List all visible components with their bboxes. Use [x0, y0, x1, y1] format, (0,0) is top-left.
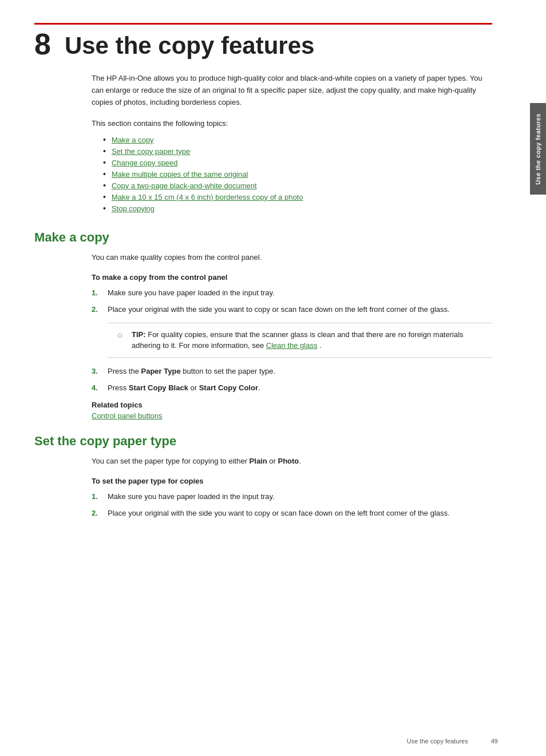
set-paper-intro: You can set the paper type for copying t… — [92, 456, 492, 468]
main-content: 8 Use the copy features The HP All-in-On… — [0, 0, 527, 756]
toc-link-3[interactable]: Change copy speed — [112, 159, 178, 167]
sidebar-tab: Use the copy features — [530, 103, 546, 195]
tip-content: TIP: For quality copies, ensure that the… — [132, 329, 484, 351]
make-copy-intro: You can make quality copies from the con… — [92, 252, 492, 264]
footer-page-number: 49 — [491, 738, 498, 745]
make-copy-step-2: 2. Place your original with the side you… — [92, 304, 492, 316]
page-wrapper: Use the copy features 8 Use the copy fea… — [0, 0, 546, 756]
step-num-4: 4. — [92, 382, 102, 394]
toc-link-6[interactable]: Make a 10 x 15 cm (4 x 6 inch) borderles… — [112, 193, 303, 201]
toc-item-5: Copy a two-page black-and-white document — [103, 181, 492, 190]
set-paper-step-2: 2. Place your original with the side you… — [92, 508, 492, 520]
step-text-3: Press the Paper Type button to set the p… — [108, 366, 275, 378]
make-copy-step-4: 4. Press Start Copy Black or Start Copy … — [92, 382, 492, 394]
set-paper-step-text-2: Place your original with the side you wa… — [108, 508, 450, 520]
toc-item-3: Change copy speed — [103, 158, 492, 167]
set-paper-step-1: 1. Make sure you have paper loaded in th… — [92, 491, 492, 503]
toc-link-1[interactable]: Make a copy — [112, 136, 154, 144]
toc-item-2: Set the copy paper type — [103, 147, 492, 156]
topics-intro: This section contains the following topi… — [92, 118, 492, 130]
make-copy-steps-2: 3. Press the Paper Type button to set th… — [92, 366, 492, 394]
related-link-control-panel[interactable]: Control panel buttons — [92, 411, 163, 420]
procedure-heading-set-paper: To set the paper type for copies — [92, 477, 492, 485]
set-paper-steps: 1. Make sure you have paper loaded in th… — [92, 491, 492, 520]
tip-icon: ☼ — [116, 330, 127, 340]
step-text-1: Make sure you have paper loaded in the i… — [108, 287, 275, 299]
section-make-copy-content: You can make quality copies from the con… — [92, 252, 492, 420]
page-footer: Use the copy features 49 — [407, 738, 498, 745]
step-text-4: Press Start Copy Black or Start Copy Col… — [108, 382, 260, 394]
toc-link-5[interactable]: Copy a two-page black-and-white document — [112, 181, 257, 190]
toc-item-6: Make a 10 x 15 cm (4 x 6 inch) borderles… — [103, 192, 492, 201]
section-set-paper-type: Set the copy paper type You can set the … — [34, 434, 492, 519]
step-num-3: 3. — [92, 366, 102, 378]
related-topics-section: Related topics Control panel buttons — [92, 401, 492, 420]
make-copy-step-1: 1. Make sure you have paper loaded in th… — [92, 287, 492, 299]
toc-item-1: Make a copy — [103, 135, 492, 144]
step-num-1: 1. — [92, 287, 102, 299]
toc-item-4: Make multiple copies of the same origina… — [103, 169, 492, 179]
toc-link-7[interactable]: Stop copying — [112, 204, 155, 213]
section-set-paper-content: You can set the paper type for copying t… — [92, 456, 492, 519]
section-heading-make-copy: Make a copy — [34, 230, 492, 245]
related-topics-heading: Related topics — [92, 401, 492, 409]
chapter-title: Use the copy features — [65, 29, 315, 59]
section-make-copy: Make a copy You can make quality copies … — [34, 230, 492, 420]
set-paper-step-text-1: Make sure you have paper loaded in the i… — [108, 491, 275, 503]
sidebar-tab-label: Use the copy features — [535, 113, 541, 185]
set-paper-step-num-2: 2. — [92, 508, 102, 520]
toc-link-2[interactable]: Set the copy paper type — [112, 147, 190, 156]
tip-text-after: . — [319, 341, 322, 350]
section-heading-set-paper: Set the copy paper type — [34, 434, 492, 449]
intro-paragraph: The HP All-in-One allows you to produce … — [92, 73, 492, 108]
chapter-number: 8 — [34, 29, 51, 59]
tip-box: ☼ TIP: For quality copies, ensure that t… — [108, 323, 492, 358]
step-text-2: Place your original with the side you wa… — [108, 304, 450, 316]
toc-item-7: Stop copying — [103, 204, 492, 213]
tip-link[interactable]: Clean the glass — [266, 341, 318, 350]
toc-list: Make a copy Set the copy paper type Chan… — [103, 135, 492, 213]
tip-label: TIP: — [132, 330, 146, 339]
step-num-2: 2. — [92, 304, 102, 316]
set-paper-step-num-1: 1. — [92, 491, 102, 503]
procedure-heading-make-copy: To make a copy from the control panel — [92, 273, 492, 282]
make-copy-steps: 1. Make sure you have paper loaded in th… — [92, 287, 492, 316]
toc-link-4[interactable]: Make multiple copies of the same origina… — [112, 170, 248, 179]
footer-chapter-label: Use the copy features — [407, 738, 468, 745]
chapter-header: 8 Use the copy features — [34, 23, 492, 59]
make-copy-step-3: 3. Press the Paper Type button to set th… — [92, 366, 492, 378]
